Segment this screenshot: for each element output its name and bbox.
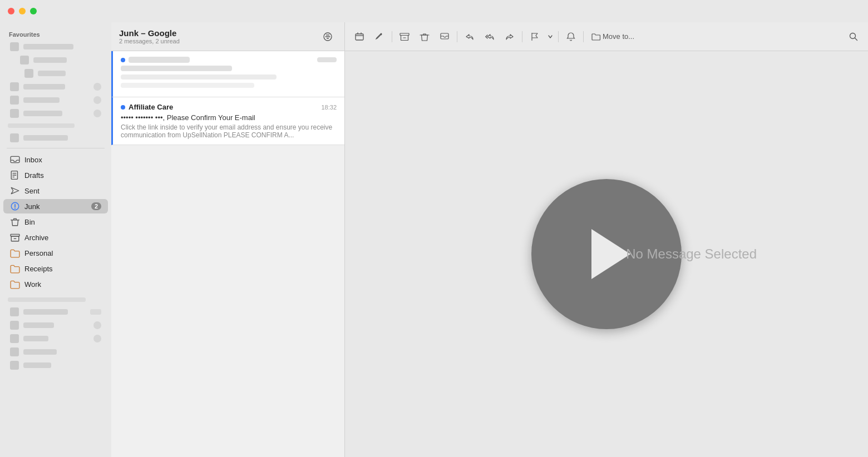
fav-blurred-6 xyxy=(3,107,108,120)
main-panel: Junk – Google 2 messages, 2 unread xyxy=(111,22,868,457)
sidebar-divider-1 xyxy=(7,148,105,148)
fav-blurred-1 xyxy=(3,41,108,53)
play-triangle-icon xyxy=(591,229,630,279)
sidebar-item-junk[interactable]: Junk 2 xyxy=(3,199,108,213)
bottom-blurred-5 xyxy=(3,359,108,371)
compose-button[interactable] xyxy=(351,28,368,46)
sent-label: Sent xyxy=(24,187,101,195)
personal-label: Personal xyxy=(24,249,101,257)
bottom-blurred-1 xyxy=(3,306,108,318)
bin-icon xyxy=(10,217,20,227)
junk-toolbar-button[interactable] xyxy=(436,28,453,46)
flag-button[interactable] xyxy=(526,28,544,46)
separator-3 xyxy=(522,31,522,42)
fav-blurred-2 xyxy=(3,54,108,66)
preview-pane: No Message Selected xyxy=(345,51,868,457)
message-sender: Affiliate Care xyxy=(121,103,173,111)
archive-icon xyxy=(10,232,20,242)
drafts-icon xyxy=(10,170,20,180)
separator-1 xyxy=(392,31,392,42)
message-subject: ••••• ••••••• •••, Please Confirm Your E… xyxy=(121,113,337,122)
sidebar-item-work[interactable]: Work xyxy=(3,277,108,291)
receipts-label: Receipts xyxy=(24,265,101,273)
sidebar-item-inbox[interactable]: Inbox xyxy=(3,152,108,167)
header-title-section: Junk – Google 2 messages, 2 unread xyxy=(119,28,319,44)
sidebar-item-archive[interactable]: Archive xyxy=(3,230,108,245)
no-message-text: No Message Selected xyxy=(626,246,757,262)
flag-dropdown-button[interactable] xyxy=(546,28,555,46)
folder-move-icon xyxy=(591,32,600,41)
forward-button[interactable] xyxy=(501,28,519,46)
sidebar-item-receipts[interactable]: Receipts xyxy=(3,261,108,276)
sidebar-item-sent[interactable]: Sent xyxy=(3,183,108,198)
unread-dot xyxy=(121,105,125,110)
traffic-light-red[interactable] xyxy=(8,8,14,14)
fav-blurred-7 xyxy=(3,132,108,144)
archive-toolbar-button[interactable] xyxy=(396,28,413,46)
separator-5 xyxy=(583,31,584,42)
drafts-label: Drafts xyxy=(24,171,101,180)
archive-label: Archive xyxy=(24,234,101,242)
search-button[interactable] xyxy=(845,28,862,46)
move-to-button[interactable]: Move to... xyxy=(587,28,639,46)
reply-all-button[interactable] xyxy=(481,28,499,46)
separator-2 xyxy=(457,31,457,42)
message-preview: Click the link inside to verify your ema… xyxy=(121,123,337,139)
filter-button[interactable] xyxy=(319,28,337,46)
move-to-label: Move to... xyxy=(603,32,634,41)
header-subtitle: 2 messages, 2 unread xyxy=(119,38,319,44)
sidebar: Favourites xyxy=(0,22,111,457)
reply-button[interactable] xyxy=(461,28,479,46)
bottom-blurred-4 xyxy=(3,346,108,358)
message-header: Affiliate Care 18:32 xyxy=(121,103,337,111)
inbox-icon xyxy=(10,155,20,165)
window-chrome xyxy=(0,0,111,22)
message-list-header: Junk – Google 2 messages, 2 unread xyxy=(111,22,345,51)
fav-blurred-5 xyxy=(3,94,108,106)
receipts-folder-icon xyxy=(10,264,20,274)
junk-label: Junk xyxy=(24,202,91,211)
fav-blurred-3 xyxy=(3,67,108,80)
traffic-light-green[interactable] xyxy=(30,8,37,14)
bin-label: Bin xyxy=(24,218,101,226)
work-folder-icon xyxy=(10,279,20,289)
delete-button[interactable] xyxy=(416,28,433,46)
bottom-blurred-2 xyxy=(3,319,108,331)
personal-folder-icon xyxy=(10,248,20,258)
edit-button[interactable] xyxy=(371,28,388,46)
sidebar-item-personal[interactable]: Personal xyxy=(3,246,108,260)
separator-4 xyxy=(558,31,559,42)
junk-icon xyxy=(10,201,20,211)
fav-blurred-4 xyxy=(3,81,108,93)
sent-icon xyxy=(10,186,20,196)
content-area: Affiliate Care 18:32 ••••• ••••••• •••, … xyxy=(111,51,868,457)
title-bar xyxy=(0,0,868,22)
bottom-blurred-3 xyxy=(3,332,108,345)
junk-badge: 2 xyxy=(91,202,101,210)
message-item-blurred-1[interactable] xyxy=(111,51,344,97)
favourites-section-title: Favourites xyxy=(0,27,111,40)
sidebar-item-bin[interactable]: Bin xyxy=(3,215,108,229)
inbox-label: Inbox xyxy=(24,156,101,164)
message-list: Affiliate Care 18:32 ••••• ••••••• •••, … xyxy=(111,51,345,457)
sidebar-item-drafts[interactable]: Drafts xyxy=(3,168,108,182)
svg-rect-6 xyxy=(356,34,363,40)
notification-button[interactable] xyxy=(562,28,580,46)
message-time: 18:32 xyxy=(321,104,337,111)
work-label: Work xyxy=(24,280,101,289)
main-row: Favourites xyxy=(0,22,868,457)
header-title: Junk – Google xyxy=(119,28,319,38)
toolbar: Move to... xyxy=(345,22,868,51)
svg-point-10 xyxy=(850,33,856,38)
traffic-light-yellow[interactable] xyxy=(19,8,26,14)
message-item-affiliate-care[interactable]: Affiliate Care 18:32 ••••• ••••••• •••, … xyxy=(111,97,344,145)
